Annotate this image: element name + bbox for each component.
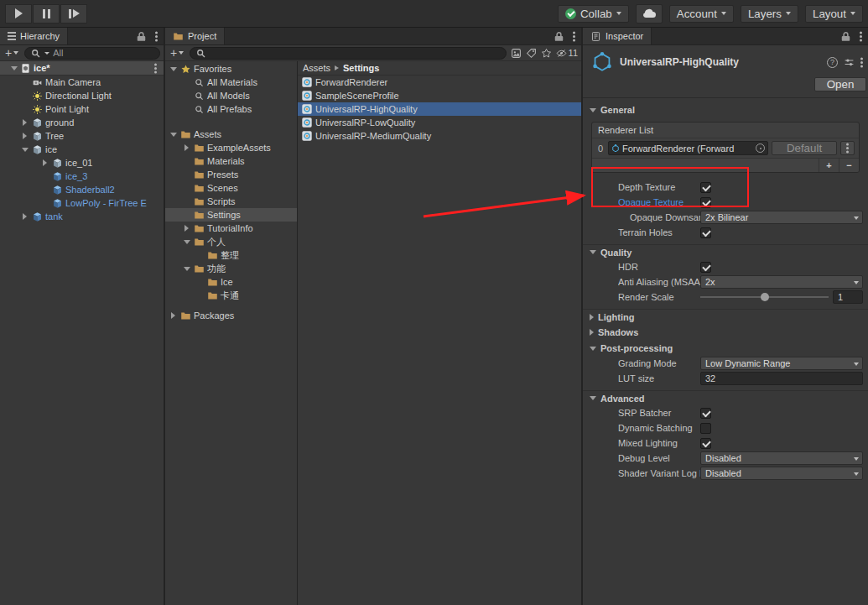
tab-hierarchy[interactable]: Hierarchy [0, 28, 68, 44]
tree-item-settings[interactable]: Settings [165, 208, 297, 222]
collapse-arrow-icon[interactable] [170, 67, 177, 71]
file-universalrp-highquality[interactable]: UniversalRP-HighQuality [298, 102, 581, 116]
lock-icon[interactable] [840, 31, 851, 42]
tree-item-geren[interactable]: 个人 [165, 235, 297, 248]
depth-texture-checkbox[interactable] [700, 182, 711, 193]
tree-item-tutorialinfo[interactable]: TutorialInfo [165, 222, 297, 235]
panel-menu-icon[interactable] [573, 35, 575, 38]
section-lighting[interactable]: Lighting [583, 309, 868, 324]
expand-arrow-icon[interactable] [185, 225, 189, 232]
tab-project[interactable]: Project [165, 28, 225, 44]
tree-item-ice-folder[interactable]: Ice [165, 275, 297, 289]
hdr-checkbox[interactable] [700, 262, 711, 273]
file-universalrp-lowquality[interactable]: UniversalRP-LowQuality [298, 116, 581, 129]
tree-item-scripts[interactable]: Scripts [165, 195, 297, 208]
layout-dropdown[interactable]: Layout [805, 5, 863, 23]
play-button[interactable] [5, 4, 32, 23]
saved-search-star-icon[interactable] [541, 48, 552, 59]
hierarchy-item-ground[interactable]: ground [0, 116, 164, 129]
shader-variant-log-dropdown[interactable]: Disabled [700, 467, 863, 480]
renderer-object-field[interactable]: ForwardRenderer (Forward [608, 141, 768, 155]
tree-item-assets[interactable]: Assets [165, 128, 297, 141]
tree-item-zhengli[interactable]: 整理 [165, 248, 297, 262]
tree-item-all-materials[interactable]: All Materials [165, 76, 297, 89]
tree-item-gongneng[interactable]: 功能 [165, 262, 297, 275]
expand-arrow-icon[interactable] [185, 144, 189, 151]
section-shadows[interactable]: Shadows [583, 325, 868, 340]
hierarchy-item-shaderball2[interactable]: Shaderball2 [0, 183, 164, 196]
pause-button[interactable] [33, 4, 60, 23]
step-button[interactable] [60, 4, 87, 23]
anti-aliasing-dropdown[interactable]: 2x [700, 275, 863, 289]
file-forwardrenderer[interactable]: ForwardRenderer [298, 76, 581, 89]
opaque-texture-checkbox[interactable] [700, 197, 711, 208]
expand-arrow-icon[interactable] [23, 119, 27, 126]
section-post-processing[interactable]: Post-processing [583, 341, 868, 356]
lock-icon[interactable] [554, 31, 564, 42]
hierarchy-item-point-light[interactable]: Point Light [0, 102, 164, 116]
lock-icon[interactable] [136, 31, 147, 42]
collapse-arrow-icon[interactable] [22, 148, 29, 152]
render-scale-value-field[interactable]: 1 [833, 290, 863, 304]
breadcrumb-current[interactable]: Settings [343, 63, 379, 73]
tree-item-favorites[interactable]: Favorites [165, 62, 297, 76]
layers-dropdown[interactable]: Layers [741, 5, 798, 23]
terrain-holes-checkbox[interactable] [700, 227, 711, 238]
presets-icon[interactable] [844, 57, 855, 68]
search-by-label-icon[interactable] [526, 48, 537, 59]
panel-menu-icon[interactable] [155, 35, 158, 38]
srp-batcher-checkbox[interactable] [700, 408, 711, 419]
hidden-items-counter[interactable]: 11 [556, 48, 578, 59]
hierarchy-item-directional-light[interactable]: Directional Light [0, 89, 164, 102]
asset-menu-icon[interactable] [860, 61, 863, 64]
tree-item-all-prefabs[interactable]: All Prefabs [165, 102, 297, 116]
tree-item-packages[interactable]: Packages [165, 309, 297, 322]
account-dropdown[interactable]: Account [669, 5, 734, 23]
tree-item-all-models[interactable]: All Models [165, 89, 297, 102]
object-picker-icon[interactable] [756, 143, 765, 153]
hierarchy-item-tree[interactable]: Tree [0, 129, 164, 143]
opaque-downsampling-dropdown[interactable]: 2x Bilinear [700, 211, 863, 224]
expand-arrow-icon[interactable] [171, 312, 175, 319]
section-quality[interactable]: Quality [583, 244, 868, 259]
tree-item-exampleassets[interactable]: ExampleAssets [165, 141, 297, 154]
collapse-arrow-icon[interactable] [184, 240, 190, 244]
tree-item-materials[interactable]: Materials [165, 154, 297, 168]
section-general[interactable]: General [583, 102, 868, 117]
create-object-button[interactable] [3, 49, 20, 57]
panel-menu-icon[interactable] [860, 35, 862, 38]
grading-mode-dropdown[interactable]: Low Dynamic Range [700, 357, 863, 370]
hierarchy-item-ice[interactable]: ice [0, 143, 164, 156]
element-menu-button[interactable] [840, 141, 855, 155]
hierarchy-search-input[interactable]: All [24, 47, 160, 60]
hierarchy-item-lowpoly-firtree[interactable]: LowPoly - FirTree E [0, 196, 164, 210]
cloud-button[interactable] [636, 4, 663, 23]
create-asset-button[interactable] [169, 49, 185, 57]
lut-size-field[interactable]: 32 [700, 372, 863, 385]
section-advanced[interactable]: Advanced [583, 390, 868, 405]
set-default-button[interactable]: Default [772, 141, 837, 155]
expand-arrow-icon[interactable] [23, 133, 27, 139]
hierarchy-item-ice-3[interactable]: ice_3 [0, 170, 164, 183]
hierarchy-item-ice-01[interactable]: ice_01 [0, 156, 164, 170]
tree-item-scenes[interactable]: Scenes [165, 181, 297, 195]
file-universalrp-mediumquality[interactable]: UniversalRP-MediumQuality [298, 129, 581, 143]
tree-item-katong[interactable]: 卡通 [165, 289, 297, 302]
debug-level-dropdown[interactable]: Disabled [700, 451, 863, 465]
collab-dropdown[interactable]: Collab [558, 5, 629, 23]
scene-foldout-icon[interactable] [11, 66, 18, 70]
mixed-lighting-checkbox[interactable] [700, 438, 711, 449]
project-search-input[interactable] [190, 47, 506, 60]
hierarchy-item-tank[interactable]: tank [0, 210, 164, 223]
slider-handle[interactable] [761, 293, 769, 301]
tree-item-presets[interactable]: Presets [165, 168, 297, 181]
expand-arrow-icon[interactable] [23, 213, 27, 220]
breadcrumb-root[interactable]: Assets [303, 63, 330, 73]
render-scale-slider[interactable] [700, 290, 829, 304]
open-button[interactable]: Open [814, 77, 866, 91]
collapse-arrow-icon[interactable] [184, 267, 190, 271]
dynamic-batching-checkbox[interactable] [700, 423, 711, 434]
help-icon[interactable] [827, 57, 838, 68]
tab-inspector[interactable]: Inspector [583, 28, 652, 44]
remove-renderer-button[interactable] [839, 159, 859, 172]
